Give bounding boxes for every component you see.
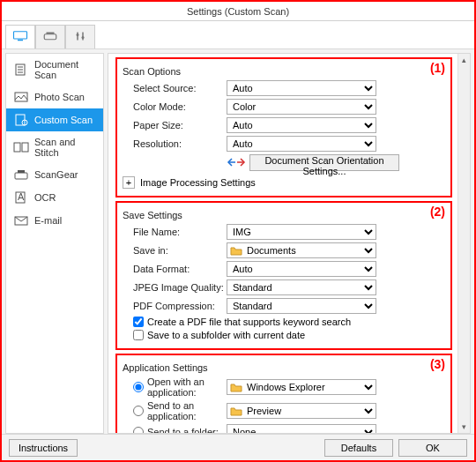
file-name-label: File Name: bbox=[123, 227, 227, 237]
send-app-label: Send to an application: bbox=[147, 400, 227, 421]
content-pane: (1) Scan Options Select Source: Auto Col… bbox=[108, 53, 471, 434]
section-title-scan-options: Scan Options bbox=[123, 66, 445, 77]
instructions-button[interactable]: Instructions bbox=[9, 439, 78, 457]
svg-rect-16 bbox=[22, 143, 28, 152]
sidebar-item-ocr[interactable]: A OCR bbox=[6, 186, 103, 209]
svg-rect-0 bbox=[14, 32, 27, 39]
sidebar-item-label: ScanGear bbox=[34, 169, 78, 180]
svg-point-5 bbox=[77, 34, 79, 36]
sidebar-item-scangear[interactable]: ScanGear bbox=[6, 163, 103, 186]
expand-image-processing-button[interactable]: + bbox=[123, 176, 135, 189]
image-processing-label: Image Processing Settings bbox=[140, 177, 256, 188]
create-pdf-search-checkbox[interactable] bbox=[133, 317, 144, 327]
select-source-combo[interactable]: Auto bbox=[227, 80, 376, 96]
resolution-combo[interactable]: Auto bbox=[227, 136, 376, 152]
paper-size-label: Paper Size: bbox=[123, 120, 227, 130]
jpeg-quality-combo[interactable]: Standard bbox=[227, 279, 376, 295]
color-mode-label: Color Mode: bbox=[123, 101, 227, 112]
window-title: Settings (Custom Scan) bbox=[187, 6, 289, 17]
section-title-save-settings: Save Settings bbox=[123, 210, 445, 220]
orientation-settings-button[interactable]: Document Scan Orientation Settings... bbox=[249, 154, 399, 171]
jpeg-quality-label: JPEG Image Quality: bbox=[123, 282, 227, 293]
sidebar-item-photo-scan[interactable]: Photo Scan bbox=[6, 86, 103, 108]
scroll-down-arrow-icon[interactable]: ▾ bbox=[458, 421, 470, 433]
sidebar-item-label: Custom Scan bbox=[34, 115, 93, 125]
save-subfolder-checkbox[interactable] bbox=[133, 330, 144, 340]
custom-icon bbox=[13, 114, 29, 126]
pdf-compression-label: PDF Compression: bbox=[123, 301, 227, 311]
ocr-icon: A bbox=[13, 191, 29, 204]
tab-from-computer[interactable] bbox=[5, 25, 35, 48]
footer-bar: Instructions Defaults OK bbox=[2, 434, 474, 460]
svg-rect-18 bbox=[18, 170, 25, 173]
sidebar-item-label: E-mail bbox=[34, 215, 62, 226]
annotation-2: (2) bbox=[430, 205, 445, 219]
sidebar-item-custom-scan[interactable]: Custom Scan bbox=[6, 108, 103, 131]
send-folder-radio[interactable] bbox=[133, 427, 144, 433]
sidebar-item-label: Photo Scan bbox=[34, 92, 85, 102]
save-in-combo[interactable]: Documents bbox=[227, 242, 376, 258]
data-format-label: Data Format: bbox=[123, 264, 227, 274]
duplex-arrows-icon bbox=[227, 157, 246, 169]
tab-tools[interactable] bbox=[65, 25, 95, 48]
paper-size-combo[interactable]: Auto bbox=[227, 117, 376, 133]
defaults-button[interactable]: Defaults bbox=[324, 439, 393, 457]
email-icon bbox=[13, 214, 29, 227]
svg-text:A: A bbox=[18, 191, 25, 202]
sidebar: Document Scan Photo Scan Custom Scan Sca… bbox=[5, 53, 104, 434]
ok-button[interactable]: OK bbox=[398, 439, 467, 457]
svg-rect-15 bbox=[14, 143, 20, 152]
save-in-label: Save in: bbox=[123, 245, 227, 256]
titlebar: Settings (Custom Scan) bbox=[2, 2, 474, 21]
send-folder-label: Send to a folder: bbox=[147, 427, 219, 433]
annotation-3: (3) bbox=[430, 357, 445, 371]
pdf-compression-combo[interactable]: Standard bbox=[227, 298, 376, 314]
app-window: Settings (Custom Scan) Document Scan bbox=[0, 0, 476, 462]
tools-icon bbox=[72, 30, 88, 44]
svg-rect-3 bbox=[47, 33, 55, 34]
sidebar-item-label: Scan and Stitch bbox=[34, 137, 96, 158]
monitor-icon bbox=[12, 30, 28, 44]
document-icon bbox=[13, 63, 29, 76]
send-app-radio[interactable] bbox=[133, 406, 144, 416]
open-app-combo[interactable]: Windows Explorer bbox=[227, 379, 376, 395]
send-folder-combo[interactable]: None bbox=[227, 424, 376, 433]
sidebar-item-label: OCR bbox=[34, 192, 56, 203]
open-app-label: Open with an application: bbox=[147, 376, 227, 398]
file-name-combo[interactable]: IMG bbox=[227, 224, 376, 240]
section-save-settings-frame: (2) Save Settings File Name: IMG Save in… bbox=[115, 201, 452, 350]
section-scan-options-frame: (1) Scan Options Select Source: Auto Col… bbox=[115, 57, 452, 197]
section-app-settings-frame: (3) Application Settings Open with an ap… bbox=[115, 354, 452, 433]
sidebar-item-email[interactable]: E-mail bbox=[6, 209, 103, 232]
color-mode-combo[interactable]: Color bbox=[227, 99, 376, 115]
svg-rect-1 bbox=[18, 40, 23, 41]
tab-from-scanner[interactable] bbox=[35, 25, 65, 48]
main-area: Document Scan Photo Scan Custom Scan Sca… bbox=[2, 49, 474, 434]
send-app-combo[interactable]: Preview bbox=[227, 403, 376, 419]
window-body: Document Scan Photo Scan Custom Scan Sca… bbox=[2, 21, 474, 460]
svg-point-7 bbox=[82, 36, 85, 39]
scanner-icon bbox=[42, 30, 58, 44]
scroll-up-arrow-icon[interactable]: ▴ bbox=[458, 54, 470, 66]
save-subfolder-label: Save to a subfolder with current date bbox=[147, 330, 305, 340]
vertical-scrollbar[interactable]: ▴ ▾ bbox=[457, 54, 470, 433]
top-tab-strip bbox=[2, 21, 474, 49]
create-pdf-search-label: Create a PDF file that supports keyword … bbox=[147, 317, 351, 327]
section-title-app-settings: Application Settings bbox=[123, 362, 445, 373]
annotation-1: (1) bbox=[430, 61, 445, 75]
photo-icon bbox=[13, 91, 29, 103]
open-app-radio[interactable] bbox=[133, 382, 144, 392]
svg-rect-2 bbox=[44, 34, 56, 40]
svg-rect-17 bbox=[15, 173, 27, 179]
sidebar-item-label: Document Scan bbox=[34, 59, 96, 80]
select-source-label: Select Source: bbox=[123, 83, 227, 93]
sidebar-item-scan-and-stitch[interactable]: Scan and Stitch bbox=[6, 131, 103, 163]
scangear-icon bbox=[13, 168, 29, 181]
data-format-combo[interactable]: Auto bbox=[227, 261, 376, 277]
resolution-label: Resolution: bbox=[123, 138, 227, 149]
stitch-icon bbox=[13, 141, 29, 153]
sidebar-item-document-scan[interactable]: Document Scan bbox=[6, 54, 103, 86]
